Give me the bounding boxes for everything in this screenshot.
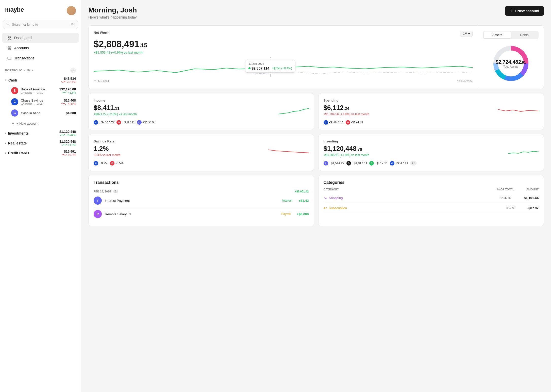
real-estate-section-header[interactable]: › Real estate $1,320,448 +1.3% xyxy=(0,138,81,148)
transactions-label: Transactions xyxy=(14,56,35,60)
tab-debts[interactable]: Debts xyxy=(511,31,538,38)
table-row[interactable]: I Interest Payment Interest +$1.42 xyxy=(94,194,309,207)
logo-area: maybe xyxy=(0,4,81,20)
investing-badge-3: G +$517.11 xyxy=(369,161,388,166)
total-assets-amount: $2,724,482.91 xyxy=(496,59,526,65)
real-estate-chevron-icon: › xyxy=(5,142,6,144)
add-portfolio-button[interactable]: + xyxy=(70,68,76,73)
bofa-amount: $32,126.00 xyxy=(59,87,76,91)
categories-title: Categories xyxy=(324,180,539,185)
net-worth-chart: 11 Jan 2024 $2,807,114 +$256 (+0.4%) xyxy=(94,57,473,78)
period-chevron-icon: ▾ xyxy=(468,32,470,36)
investing-change: +$3,286.91 (+1.8%) vs last month xyxy=(324,153,369,157)
svg-rect-4 xyxy=(10,38,11,39)
svg-rect-3 xyxy=(8,38,9,39)
net-worth-change: +$1,553.43 (+0.9%) vs last month xyxy=(94,51,473,54)
spending-change: +$1,704.56 (+1.9%) vs last month xyxy=(324,112,369,116)
new-account-sidebar-btn[interactable]: ＋ + New account xyxy=(6,119,81,128)
assets-donut-chart: $2,724,482.91 Total Assets xyxy=(483,43,539,84)
investments-label: Investments xyxy=(8,131,29,135)
svg-point-0 xyxy=(7,23,9,25)
investing-badge-extra: +2 xyxy=(410,161,417,166)
tx-amount-interest: +$1.42 xyxy=(298,199,309,203)
cash-label: Cash xyxy=(8,78,17,82)
income-spending-grid: Income $8,411.11 +$871.22 (+2.8%) vs las… xyxy=(88,93,544,171)
tx-date: FEB 28, 2024 2 xyxy=(94,190,118,193)
investing-card: Investing $1,120,448.79 +$3,286.91 (+1.8… xyxy=(318,134,544,171)
credit-cards-chevron-icon: › xyxy=(5,152,6,154)
cash-hand-amount: $4,000 xyxy=(66,111,76,115)
investments-section-header[interactable]: › Investments $1,120,448 +5.44% xyxy=(0,128,81,138)
credit-cards-section-header[interactable]: › Credit Cards $15,991 +0.2% xyxy=(0,148,81,158)
search-bar[interactable]: Search or jump to ⌘ / xyxy=(3,20,78,29)
table-row[interactable]: R Remote Salary ↻ Payroll +$6,000 xyxy=(94,207,309,221)
spending-label: Spending xyxy=(324,99,539,102)
income-sparkline xyxy=(278,104,309,117)
net-worth-main: Net Worth 1M ▾ $2,808,491.15 +$1,553.43 … xyxy=(89,26,478,89)
bofa-name: Bank of America xyxy=(21,87,45,91)
account-item-cash-hand[interactable]: C Cash in hand $4,000 xyxy=(0,107,81,119)
income-badge-cash: C +$100.00 xyxy=(137,120,155,125)
tx-amount-salary: +$6,000 xyxy=(297,212,309,216)
dashboard-icon xyxy=(7,36,12,40)
greeting-title: Morning, Josh xyxy=(88,6,137,14)
main-header: Morning, Josh Here's what's happening to… xyxy=(88,6,544,19)
credit-cards-label: Credit Cards xyxy=(8,151,29,155)
chase-sub: Checking ···· 3432 xyxy=(21,102,43,105)
cash-hand-icon: C xyxy=(11,109,18,117)
cash-total-value: $48,534 xyxy=(61,77,76,80)
greeting-subtitle: Here's what's happening today xyxy=(88,15,137,19)
dashboard-label: Dashboard xyxy=(14,36,32,40)
chase-icon: C xyxy=(11,98,18,105)
transactions-card: Transactions FEB 28, 2024 2 +$6,001.42 I… xyxy=(88,175,314,226)
savings-rate-card: Savings Rate 1.2% -0.3% vs last month C … xyxy=(88,134,314,171)
investing-amount: $1,120,448.79 xyxy=(324,145,369,153)
tx-group-total: +$6,001.42 xyxy=(295,190,309,193)
sidebar-item-transactions[interactable]: Transactions xyxy=(2,53,79,63)
income-account-badges: C +$7,514.22 B +$387.11 C +$100.00 xyxy=(94,120,309,125)
spending-sparkline xyxy=(498,104,539,117)
net-worth-label: Net Worth xyxy=(94,31,109,35)
bofa-icon: B xyxy=(11,87,18,94)
cash-chevron-icon: ▾ xyxy=(5,79,6,81)
tab-assets[interactable]: Assets xyxy=(484,31,511,38)
savings-rate-change: -0.3% vs last month xyxy=(94,153,120,157)
categories-columns: CATEGORY % OF TOTAL AMOUNT xyxy=(324,188,539,191)
shopping-icon: ↘ xyxy=(324,195,327,200)
assets-debts-panel: Assets Debts $2,724, xyxy=(478,26,544,89)
investing-badge-1: A +$1,514.22 xyxy=(324,161,344,166)
income-label: Income xyxy=(94,99,309,102)
new-account-header-button[interactable]: ＋ + New account xyxy=(505,6,544,16)
bottom-grid: Transactions FEB 28, 2024 2 +$6,001.42 I… xyxy=(88,175,544,226)
investing-badges: A +$1,514.22 B +$1,017.11 G +$517.11 C +… xyxy=(324,161,539,166)
net-worth-amount: $2,808,491.15 xyxy=(94,39,147,49)
spending-amount: $6,112.24 xyxy=(324,104,369,112)
investments-chevron-icon: › xyxy=(5,132,6,135)
sidebar-item-accounts[interactable]: Accounts xyxy=(2,43,79,53)
savings-rate-badge-bofa: B -0.5% xyxy=(110,161,123,166)
spending-badge-bofa: B -$124.81 xyxy=(346,120,363,125)
list-item[interactable]: ↩ Subscription 9.28% -$87.97 xyxy=(324,203,539,213)
list-item[interactable]: ↘ Shopping 22.37% -$1,161.44 xyxy=(324,193,539,203)
tx-date-group: FEB 28, 2024 2 +$6,001.42 xyxy=(94,188,309,194)
tx-category-interest: Interest xyxy=(282,199,292,202)
real-estate-label: Real estate xyxy=(8,141,27,145)
spending-account-badges: C -$5,844.11 B -$124.81 xyxy=(324,120,539,125)
svg-rect-1 xyxy=(8,36,9,38)
tx-info-interest: Interest Payment xyxy=(105,199,279,203)
net-worth-period-selector[interactable]: 1M ▾ xyxy=(460,31,473,37)
svg-point-5 xyxy=(8,46,11,47)
income-badge-bofa: B +$387.11 xyxy=(116,120,135,125)
income-amount: $8,411.11 xyxy=(94,104,137,112)
cash-hand-name: Cash in hand xyxy=(21,111,40,115)
account-item-chase[interactable]: C Chase Savings Checking ···· 3432 $16,4… xyxy=(0,96,81,107)
avatar[interactable] xyxy=(67,6,76,15)
investments-change: +5.44% xyxy=(59,134,76,137)
chase-change: -4.41% xyxy=(61,102,76,105)
investing-sparkline xyxy=(508,145,539,157)
cash-section-header[interactable]: ▾ Cash $48,534 -3.11% xyxy=(0,75,81,85)
search-placeholder: Search or jump to xyxy=(12,23,69,26)
portfolio-period-selector[interactable]: 1M ▾ xyxy=(26,69,33,72)
sidebar-item-dashboard[interactable]: Dashboard xyxy=(2,33,79,43)
account-item-bofa[interactable]: B Bank of America Checking ···· 3432 $32… xyxy=(0,85,81,96)
